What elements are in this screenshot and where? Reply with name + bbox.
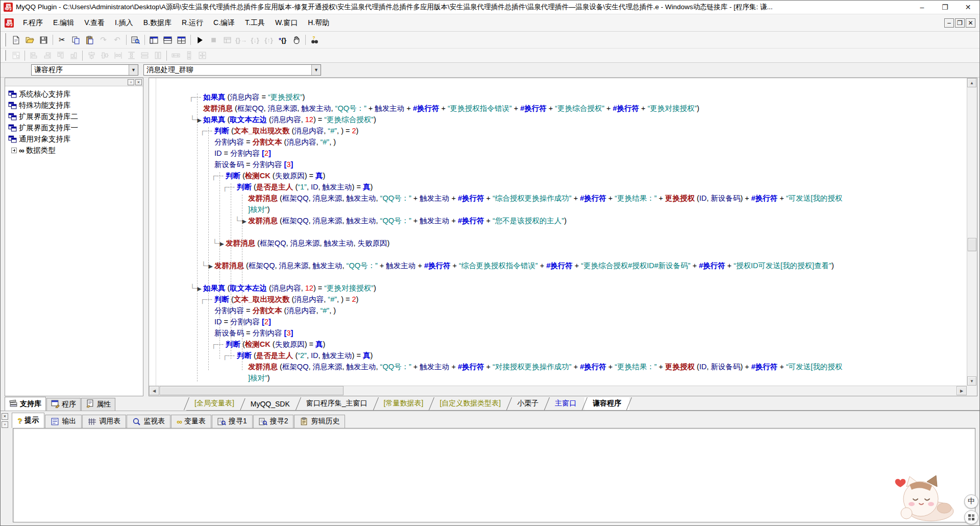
size-height-icon[interactable] bbox=[182, 50, 195, 61]
code-line[interactable]: └-▶ 如果真 (取文本左边 (消息内容, 12) = “更换综合授权”) bbox=[156, 114, 967, 125]
chevron-down-icon[interactable]: ▼ bbox=[311, 65, 321, 75]
panel-tab-程序[interactable]: 程序 bbox=[46, 398, 81, 411]
code-line[interactable]: ID = 分割内容 [2] bbox=[156, 316, 967, 327]
align-top-icon[interactable] bbox=[54, 50, 67, 61]
step-out-icon[interactable]: {↑} bbox=[262, 34, 276, 46]
panel-close-button[interactable]: × bbox=[135, 79, 142, 85]
code-line[interactable]: ┌--- 判断 (检测CK (失败原因) = 真) bbox=[156, 339, 967, 350]
code-line[interactable]: 发群消息 (框架QQ, 消息来源, 触发主动, “QQ号：” + 触发主动 + … bbox=[156, 193, 967, 204]
menu-item-w[interactable]: W.窗口 bbox=[270, 16, 303, 30]
size-width-icon[interactable] bbox=[169, 50, 182, 61]
mdi-restore-button[interactable]: ❐ bbox=[955, 18, 965, 28]
layout-grid-icon[interactable] bbox=[175, 34, 188, 46]
close-button[interactable]: ✕ bbox=[957, 1, 979, 14]
document-tab[interactable]: MyQQ_SDK bbox=[242, 398, 298, 410]
code-line[interactable]: 发群消息 (框架QQ, 消息来源, 触发主动, “QQ号：” + 触发主动 + … bbox=[156, 103, 967, 114]
menu-item-r[interactable]: R.运行 bbox=[177, 16, 208, 30]
tree-item-library[interactable]: 扩展界面支持库二 bbox=[6, 111, 142, 122]
cut-icon[interactable]: ✂ bbox=[55, 34, 69, 46]
document-tab[interactable]: [全局变量表] bbox=[186, 397, 242, 410]
size-both-icon[interactable] bbox=[195, 50, 209, 61]
help-find-icon[interactable]: ? bbox=[308, 34, 322, 46]
program-combobox[interactable]: 谦容程序 ▼ bbox=[31, 64, 138, 76]
bottom-tab-提示[interactable]: ?提示 bbox=[12, 413, 44, 428]
space-down-icon[interactable] bbox=[125, 50, 138, 61]
tree-item-library[interactable]: 系统核心支持库 bbox=[6, 88, 142, 100]
menu-item-t[interactable]: T.工具 bbox=[240, 16, 270, 30]
step-into-icon[interactable]: {↓} bbox=[248, 34, 262, 46]
code-line[interactable]: ID = 分割内容 [2] bbox=[156, 148, 967, 159]
code-line[interactable]: 发群消息 (框架QQ, 消息来源, 触发主动, “QQ号：” + 触发主动 + … bbox=[156, 361, 967, 372]
code-line[interactable]: 新设备码 = 分割内容 [3] bbox=[156, 327, 967, 339]
copy-icon[interactable] bbox=[69, 34, 83, 46]
width-same-icon[interactable] bbox=[138, 50, 151, 61]
code-line[interactable] bbox=[156, 249, 967, 260]
bottom-tab-搜寻2[interactable]: 搜寻2 bbox=[253, 415, 294, 428]
bottom-panel-float-button[interactable]: ▫ bbox=[2, 421, 8, 428]
horizontal-scroll-thumb[interactable] bbox=[160, 386, 344, 395]
code-line[interactable]: ]核对”) bbox=[156, 204, 967, 215]
code-line[interactable]: ]核对”) bbox=[156, 372, 967, 384]
debug-window-icon[interactable] bbox=[220, 34, 234, 46]
chevron-down-icon[interactable]: ▼ bbox=[129, 65, 138, 75]
bottom-tab-搜寻1[interactable]: 搜寻1 bbox=[212, 415, 253, 428]
layout-left-icon[interactable] bbox=[147, 34, 161, 46]
space-across-icon[interactable] bbox=[111, 50, 125, 61]
code-line[interactable]: ┌--- 判断 (是否是主人 (“1”, ID, 触发主动) = 真) bbox=[156, 181, 967, 193]
scroll-down-icon[interactable]: ▼ bbox=[967, 376, 976, 386]
toolbar-grip[interactable] bbox=[4, 50, 6, 61]
code-line[interactable]: └-▶ 如果真 (取文本左边 (消息内容, 12) = “更换对接授权”) bbox=[156, 282, 967, 294]
mdi-close-button[interactable]: ✕ bbox=[966, 18, 975, 28]
undo-icon[interactable]: ↶ bbox=[110, 34, 124, 46]
code-line[interactable]: ┌--- 判断 (文本_取出现次数 (消息内容, “#”, ) = 2) bbox=[156, 125, 967, 136]
minimize-button[interactable]: – bbox=[911, 1, 934, 14]
align-right-icon[interactable] bbox=[40, 50, 54, 61]
document-tab[interactable]: 谦容程序 bbox=[584, 397, 629, 410]
menu-item-v[interactable]: V.查看 bbox=[79, 16, 110, 30]
align-bottom-icon[interactable] bbox=[67, 50, 80, 61]
code-line[interactable]: └-▶ 发群消息 (框架QQ, 消息来源, 触发主动, “QQ号：” + 触发主… bbox=[156, 215, 967, 226]
code-line[interactable]: 分割内容 = 分割文本 (消息内容, “#”, ) bbox=[156, 305, 967, 316]
center-horizontal-icon[interactable] bbox=[85, 50, 98, 61]
align-left-icon[interactable] bbox=[27, 50, 40, 61]
code-line[interactable] bbox=[156, 226, 967, 237]
center-vertical-icon[interactable] bbox=[98, 50, 111, 61]
document-tab[interactable]: 小栗子 bbox=[509, 397, 547, 410]
panel-tab-支持库[interactable]: 支持库 bbox=[5, 397, 46, 411]
tree-item-library[interactable]: 特殊功能支持库 bbox=[6, 100, 142, 111]
expand-icon[interactable] bbox=[11, 148, 17, 153]
breakpoint-icon[interactable]: *{} bbox=[276, 34, 289, 46]
code-editor[interactable]: ┌--- 如果真 (消息内容 = “更换授权”)发群消息 (框架QQ, 消息来源… bbox=[149, 78, 977, 396]
code-line[interactable]: ┌--- 如果真 (消息内容 = “更换授权”) bbox=[156, 91, 967, 103]
code-line[interactable]: 分割内容 = 分割文本 (消息内容, “#”, ) bbox=[156, 136, 967, 148]
stop-icon[interactable] bbox=[207, 34, 220, 46]
mdi-minimize-button[interactable]: – bbox=[944, 18, 954, 28]
bottom-tab-变量表[interactable]: ∞变量表 bbox=[171, 415, 211, 428]
code-line[interactable]: ┌--- 判断 (文本_取出现次数 (消息内容, “#”, ) = 2) bbox=[156, 294, 967, 305]
tree-item-library[interactable]: 通用对象支持库 bbox=[6, 133, 142, 145]
scroll-up-icon[interactable]: ▲ bbox=[967, 78, 976, 87]
document-tab[interactable]: [自定义数据类型表] bbox=[431, 397, 509, 410]
save-icon[interactable] bbox=[37, 34, 51, 46]
code-line[interactable] bbox=[156, 271, 967, 282]
code-line[interactable]: 新设备码 = 分割内容 [3] bbox=[156, 159, 967, 170]
horizontal-scrollbar[interactable]: ◀ ▶ bbox=[149, 386, 967, 396]
scroll-track[interactable] bbox=[344, 386, 957, 396]
toolbar-grip[interactable] bbox=[4, 33, 6, 46]
tree-item-data-types[interactable]: ∞数据类型 bbox=[6, 145, 142, 156]
menu-item-f[interactable]: F.程序 bbox=[18, 16, 48, 30]
menu-item-b[interactable]: B.数据库 bbox=[138, 16, 177, 30]
document-tab[interactable]: [常量数据表] bbox=[376, 397, 432, 410]
bottom-tab-监视表[interactable]: 监视表 bbox=[127, 415, 170, 428]
ime-settings-button[interactable] bbox=[964, 510, 978, 524]
bottom-panel-close-button[interactable]: × bbox=[2, 413, 8, 420]
output-area[interactable] bbox=[13, 428, 975, 522]
bottom-tab-输出[interactable]: 输出 bbox=[45, 415, 82, 428]
scroll-left-icon[interactable]: ◀ bbox=[149, 386, 159, 395]
step-over-icon[interactable]: {}→ bbox=[234, 34, 248, 46]
routine-combobox[interactable]: 消息处理_群聊 ▼ bbox=[143, 64, 321, 76]
document-tab[interactable]: 窗口程序集_主窗口 bbox=[298, 397, 376, 410]
code-line[interactable]: ┌--- 判断 (是否是主人 (“2”, ID, 触发主动) = 真) bbox=[156, 350, 967, 361]
code-line[interactable]: └-▶ 发群消息 (框架QQ, 消息来源, 触发主动, “QQ号：” + 触发主… bbox=[156, 260, 967, 271]
scroll-right-icon[interactable]: ▶ bbox=[957, 386, 967, 395]
